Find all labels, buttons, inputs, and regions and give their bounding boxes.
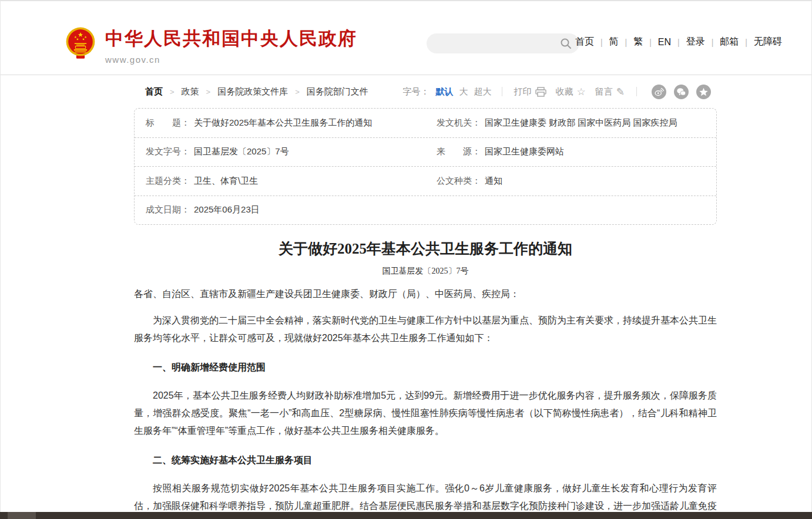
doc-number: 国卫基层发〔2025〕7号	[134, 266, 717, 277]
star-icon: ☆	[577, 87, 586, 97]
meta-label: 公文种类：	[437, 176, 481, 187]
meta-row: 成文日期：2025年06月23日	[135, 196, 716, 225]
qzone-icon	[699, 87, 709, 97]
section-heading: 一、明确新增经费使用范围	[134, 359, 717, 376]
wechat-icon	[676, 87, 686, 97]
national-emblem-logo	[65, 26, 96, 65]
toolbar-divider	[502, 87, 502, 96]
top-nav: 首页|简|繁|EN|登录|邮箱|无障碍	[569, 36, 788, 48]
page: 中华人民共和国中央人民政府 www.gov.cn 首页|简|繁|EN|登录|邮箱…	[0, 0, 812, 519]
meta-value: 国卫基层发〔2025〕7号	[194, 146, 289, 157]
page-tools: 字号： 默认 大 超大 打印 收藏 ☆ 留	[403, 85, 712, 99]
search-input[interactable]	[427, 33, 579, 53]
font-size-large[interactable]: 大	[459, 86, 468, 97]
weibo-share-button[interactable]	[652, 85, 666, 99]
site-title: 中华人民共和国中央人民政府	[105, 26, 357, 51]
nav-home[interactable]: 首页	[569, 36, 600, 48]
print-label: 打印	[514, 86, 532, 97]
breadcrumb-item-2[interactable]: 国务院政策文件库	[217, 86, 288, 97]
meta-row: 发文字号：国卫基层发〔2025〕7号来 源：国家卫生健康委网站	[135, 138, 716, 167]
breadcrumb-separator: >	[206, 87, 211, 96]
breadcrumb-separator: >	[170, 87, 175, 96]
pencil-icon: ✎	[616, 87, 625, 97]
nav-simplified[interactable]: 简	[603, 36, 625, 48]
qzone-share-button[interactable]	[696, 85, 711, 99]
meta-cell: 主题分类：卫生、体育\卫生	[135, 176, 425, 187]
meta-row: 主题分类：卫生、体育\卫生公文种类：通知	[135, 167, 716, 196]
article-title: 关于做好2025年基本公共卫生服务工作的通知	[134, 239, 717, 258]
breadcrumb-separator: >	[295, 87, 300, 96]
comment-button[interactable]: 留言 ✎	[595, 86, 625, 97]
meta-cell: 来 源：国家卫生健康委网站	[425, 146, 716, 157]
site-header: 中华人民共和国中央人民政府 www.gov.cn 首页|简|繁|EN|登录|邮箱…	[0, 1, 812, 75]
brand-block: 中华人民共和国中央人民政府 www.gov.cn	[105, 26, 357, 65]
meta-label: 成文日期：	[146, 204, 190, 215]
meta-cell: 标 题：关于做好2025年基本公共卫生服务工作的通知	[135, 117, 425, 129]
font-size-xlarge[interactable]: 超大	[474, 86, 492, 97]
meta-value: 国家卫生健康委网站	[485, 146, 564, 157]
meta-value: 卫生、体育\卫生	[194, 176, 258, 187]
print-button[interactable]: 打印	[514, 86, 546, 97]
meta-value: 通知	[485, 176, 502, 187]
wechat-share-button[interactable]	[674, 85, 689, 99]
meta-label: 标 题：	[146, 117, 190, 129]
meta-cell: 公文种类：通知	[425, 176, 716, 187]
breadcrumb-toolbar-row: 首页>政策>国务院政策文件库>国务院部门文件 字号： 默认 大 超大 打印 收藏	[134, 75, 717, 108]
section-heading: 二、统筹实施好基本公共卫生服务项目	[134, 451, 717, 469]
article-body: 各省、自治区、直辖市及新疆生产建设兵团卫生健康委、财政厅（局）、中医药局、疾控局…	[134, 285, 717, 519]
favorite-label: 收藏	[556, 86, 573, 97]
meta-label: 发文机关：	[437, 117, 481, 129]
meta-label: 发文字号：	[146, 146, 190, 157]
meta-value: 关于做好2025年基本公共卫生服务工作的通知	[194, 117, 372, 129]
meta-cell: 发文字号：国卫基层发〔2025〕7号	[135, 146, 425, 157]
nav-login[interactable]: 登录	[680, 36, 712, 48]
breadcrumb-item-0[interactable]: 首页	[145, 86, 163, 97]
nav-mail[interactable]: 邮箱	[713, 36, 745, 48]
weibo-icon	[654, 87, 664, 97]
footer-strip-segment	[8, 512, 36, 519]
breadcrumb-item-1[interactable]: 政策	[182, 86, 199, 97]
site-url[interactable]: www.gov.cn	[105, 55, 357, 65]
meta-value: 2025年06月23日	[194, 204, 260, 215]
toolbar-divider	[636, 87, 637, 96]
font-size-label: 字号：	[403, 86, 430, 97]
nav-accessibility[interactable]: 无障碍	[747, 36, 788, 48]
article-paragraph: 2025年，基本公共卫生服务经费人均财政补助标准增加5元，达到99元。新增经费用…	[134, 387, 717, 440]
meta-label: 主题分类：	[146, 176, 190, 187]
favorite-button[interactable]: 收藏 ☆	[556, 86, 586, 97]
salutation-line: 各省、自治区、直辖市及新疆生产建设兵团卫生健康委、财政厅（局）、中医药局、疾控局…	[134, 285, 717, 303]
doc-meta-table: 标 题：关于做好2025年基本公共卫生服务工作的通知发文机关：国家卫生健康委 财…	[134, 108, 717, 225]
nav-english[interactable]: EN	[652, 37, 677, 48]
printer-icon	[535, 87, 546, 97]
article-paragraph: 为深入贯彻党的二十届三中全会精神，落实新时代党的卫生与健康工作方针中以基层为重点…	[134, 312, 717, 347]
font-size-default[interactable]: 默认	[436, 86, 454, 97]
meta-cell: 成文日期：2025年06月23日	[135, 204, 425, 215]
breadcrumb: 首页>政策>国务院政策文件库>国务院部门文件	[145, 86, 368, 97]
meta-row: 标 题：关于做好2025年基本公共卫生服务工作的通知发文机关：国家卫生健康委 财…	[135, 109, 716, 138]
nav-traditional[interactable]: 繁	[627, 36, 649, 48]
comment-label: 留言	[595, 86, 613, 97]
footer-strip	[0, 512, 812, 519]
content-column: 首页>政策>国务院政策文件库>国务院部门文件 字号： 默认 大 超大 打印 收藏	[134, 75, 717, 519]
search-box	[427, 33, 579, 53]
meta-label: 来 源：	[437, 146, 481, 157]
meta-cell: 发文机关：国家卫生健康委 财政部 国家中医药局 国家疾控局	[425, 117, 716, 129]
meta-value: 国家卫生健康委 财政部 国家中医药局 国家疾控局	[485, 117, 677, 129]
breadcrumb-item-3[interactable]: 国务院部门文件	[307, 86, 368, 97]
